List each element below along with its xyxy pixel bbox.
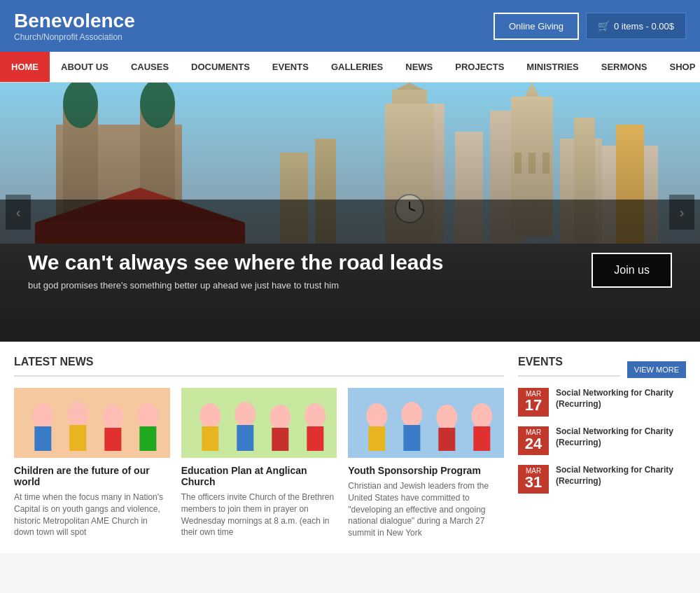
- news-card-title[interactable]: Youth Sponsorship Program: [348, 465, 504, 476]
- svg-rect-51: [369, 426, 386, 451]
- svg-point-32: [32, 403, 53, 428]
- svg-point-34: [67, 402, 88, 427]
- event-day: 31: [522, 475, 545, 490]
- svg-point-50: [367, 403, 388, 428]
- svg-point-41: [200, 403, 220, 428]
- svg-rect-42: [202, 426, 218, 451]
- events-section-title: EVENTS: [518, 356, 620, 377]
- news-card-body: The officers invite Church of the Brethr…: [181, 491, 337, 538]
- nav-item-causes[interactable]: CAUSES: [120, 52, 180, 82]
- event-info: Social Networking for Charity (Recurring…: [556, 388, 686, 410]
- news-section: LATEST NEWS Children are the future of o…: [14, 356, 504, 539]
- event-title[interactable]: Social Networking for Charity (Recurring…: [556, 388, 686, 410]
- logo-subtitle: Church/Nonprofit Association: [14, 32, 135, 42]
- hero-heading: We can't always see where the road leads: [28, 251, 592, 274]
- news-card-title[interactable]: Education Plan at Anglican Church: [181, 465, 337, 487]
- svg-point-38: [137, 403, 158, 428]
- news-section-title: LATEST NEWS: [14, 356, 504, 377]
- nav-item-about-us[interactable]: ABOUT US: [50, 52, 120, 82]
- svg-rect-57: [474, 426, 491, 451]
- svg-point-36: [102, 405, 123, 430]
- logo: Benevolence Church/Nonprofit Association: [14, 10, 135, 42]
- svg-rect-33: [34, 426, 51, 451]
- nav-item-events[interactable]: EVENTS: [261, 52, 320, 82]
- news-card: Youth Sponsorship ProgramChristian and J…: [348, 388, 504, 539]
- logo-name: Benevolence: [14, 10, 135, 32]
- event-title[interactable]: Social Networking for Charity (Recurring…: [556, 426, 686, 448]
- svg-rect-35: [69, 425, 86, 451]
- event-item: MAR24Social Networking for Charity (Recu…: [518, 426, 686, 455]
- svg-rect-44: [237, 425, 253, 451]
- cart-label: 0 items - 0.00$: [614, 21, 674, 32]
- nav-item-shop[interactable]: SHOP: [659, 52, 701, 82]
- svg-rect-37: [104, 428, 121, 451]
- online-giving-button[interactable]: Online Giving: [493, 13, 579, 40]
- event-date: MAR24: [518, 426, 549, 455]
- news-card-body: Christian and Jewish leaders from the Un…: [348, 480, 504, 539]
- svg-rect-53: [404, 425, 421, 451]
- events-list: MAR17Social Networking for Charity (Recu…: [518, 388, 686, 494]
- view-more-button[interactable]: VIEW MORE: [627, 361, 686, 378]
- event-item: MAR31Social Networking for Charity (Recu…: [518, 465, 686, 494]
- site-header: Benevolence Church/Nonprofit Association…: [0, 0, 700, 52]
- events-header: EVENTS VIEW MORE: [518, 356, 686, 377]
- svg-point-47: [304, 403, 326, 428]
- svg-rect-46: [272, 428, 288, 451]
- news-card-title[interactable]: Children are the future of our world: [14, 465, 170, 487]
- hero-subtext: but god promises there's something bette…: [28, 280, 592, 291]
- svg-point-54: [437, 405, 458, 430]
- hero-join-button[interactable]: Join us: [592, 253, 672, 288]
- news-card: Children are the future of our worldAt t…: [14, 388, 170, 539]
- cart-icon: 🛒: [598, 20, 610, 32]
- svg-point-43: [234, 402, 255, 427]
- nav-item-home[interactable]: HOME: [0, 52, 50, 82]
- hero-overlay: We can't always see where the road leads…: [0, 200, 700, 342]
- nav-item-projects[interactable]: PROJECTS: [444, 52, 515, 82]
- svg-rect-55: [439, 428, 456, 451]
- event-item: MAR17Social Networking for Charity (Recu…: [518, 388, 686, 417]
- event-day: 17: [522, 398, 545, 413]
- news-card-image: [348, 388, 504, 458]
- nav-item-galleries[interactable]: GALLERIES: [320, 52, 394, 82]
- nav-item-ministries[interactable]: MINISTRIES: [515, 52, 589, 82]
- news-grid: Children are the future of our worldAt t…: [14, 388, 504, 539]
- svg-point-45: [270, 405, 290, 430]
- news-card-image: [181, 388, 337, 458]
- news-card: Education Plan at Anglican ChurchThe off…: [181, 388, 337, 539]
- event-title[interactable]: Social Networking for Charity (Recurring…: [556, 465, 686, 487]
- main-nav: HOMEABOUT USCAUSESDOCUMENTSEVENTSGALLERI…: [0, 52, 700, 83]
- hero-text: We can't always see where the road leads…: [28, 251, 592, 291]
- main-content: LATEST NEWS Children are the future of o…: [0, 342, 700, 553]
- event-date: MAR31: [518, 465, 549, 494]
- svg-rect-39: [139, 426, 156, 451]
- event-info: Social Networking for Charity (Recurring…: [556, 426, 686, 448]
- svg-point-52: [402, 402, 423, 427]
- nav-item-sermons[interactable]: SERMONS: [590, 52, 659, 82]
- events-section: EVENTS VIEW MORE MAR17Social Networking …: [518, 356, 686, 539]
- event-day: 24: [522, 436, 545, 452]
- svg-rect-48: [307, 426, 323, 451]
- cart-button[interactable]: 🛒 0 items - 0.00$: [586, 13, 686, 39]
- svg-point-56: [472, 403, 493, 428]
- news-card-body: At time when the focus many in Nation's …: [14, 491, 170, 538]
- news-card-image: [14, 388, 170, 458]
- header-actions: Online Giving 🛒 0 items - 0.00$: [493, 13, 686, 40]
- nav-item-documents[interactable]: DOCUMENTS: [180, 52, 261, 82]
- event-info: Social Networking for Charity (Recurring…: [556, 465, 686, 487]
- hero-section: ‹ › We can't always see where the road l…: [0, 83, 700, 342]
- nav-item-news[interactable]: NEWS: [394, 52, 444, 82]
- event-date: MAR17: [518, 388, 549, 417]
